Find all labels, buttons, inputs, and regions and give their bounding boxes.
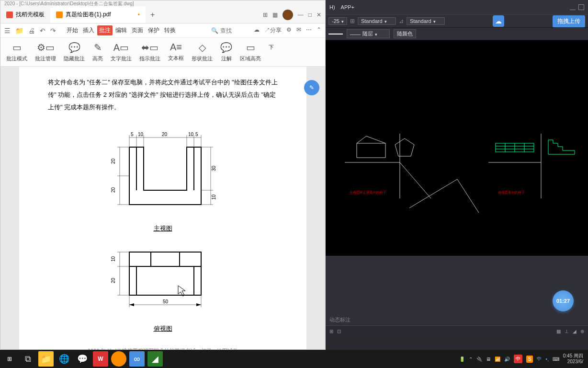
clock[interactable]: 0:45 周四 2023/6/ (563, 353, 583, 365)
settings-icon[interactable]: ⚙ (286, 26, 292, 34)
redo-icon[interactable]: ↷ (50, 27, 56, 34)
text-annotate-button[interactable]: A▭文字批注 (107, 42, 136, 62)
annotate-mode-button[interactable]: ▭批注模式 (2, 42, 31, 62)
svg-marker-41 (129, 303, 134, 306)
command-line[interactable]: 动态标注 (326, 256, 588, 325)
ime-sogou-icon[interactable]: S (526, 356, 533, 363)
search-box[interactable]: 🔍 (211, 27, 244, 34)
collapse-icon[interactable]: ⌃ (317, 26, 321, 34)
tab-icon (6, 12, 13, 18)
hide-annotate-button[interactable]: 💬隐藏批注 (60, 42, 89, 62)
add-tab-button[interactable]: + (146, 11, 159, 19)
grid-icon[interactable]: ▦ (272, 12, 278, 18)
status-icon[interactable]: ⊥ (565, 329, 569, 334)
tab-pdf-file[interactable]: 真题绘图卷(1).pdf • (50, 6, 146, 23)
upload-button[interactable]: 拖拽上传 (553, 15, 585, 27)
start-button[interactable]: ⊞ (2, 351, 17, 367)
textstyle-dropdown[interactable]: Standard (358, 17, 396, 25)
highlight-button[interactable]: ✎高亮 (89, 42, 107, 62)
tray-wifi-icon[interactable]: 📶 (495, 356, 500, 362)
menu-protect[interactable]: 保护 (146, 25, 161, 35)
cloud-icon[interactable]: ☁ (493, 15, 504, 27)
comment-icon: 💬 (220, 42, 232, 53)
linetype-swatch[interactable] (328, 34, 343, 34)
menu-annotate[interactable]: 批注 (97, 25, 113, 35)
pdf-viewer-window: 2020 - [C:\Users\Administrator\Desktop\任… (0, 0, 326, 350)
float-action-button[interactable]: ✎ (304, 80, 319, 95)
pdf-icon (56, 12, 63, 18)
textbox-icon: A≡ (170, 42, 182, 53)
cad-drawing-area[interactable]: 主视图即正面看到的样子 俯视图看到的样子 (326, 40, 588, 256)
cad-icon[interactable]: ◢ (147, 351, 163, 367)
wechat-icon[interactable]: 💬 (75, 351, 90, 367)
svg-marker-49 (395, 138, 414, 156)
shape-annotate-button[interactable]: ◇形状批注 (188, 42, 216, 62)
layout-icon[interactable]: ⊞ (263, 12, 268, 18)
down-button[interactable]: 下 (265, 42, 278, 62)
tray-usb-icon[interactable]: 🔌 (476, 356, 482, 362)
wps-icon[interactable]: W (93, 351, 108, 367)
tablestyle-dropdown[interactable]: Standard (407, 17, 445, 25)
more-icon[interactable]: ⋯ (306, 26, 312, 34)
minimize-button[interactable]: — (298, 12, 304, 18)
status-icon[interactable]: ⊞ (329, 329, 333, 334)
tray-icon[interactable]: 🔋 (459, 356, 465, 362)
tray-monitor-icon[interactable]: 🖥 (486, 356, 491, 362)
lineweight-dropdown[interactable]: —— 随层 (347, 29, 390, 38)
pdf-viewport[interactable]: ✎ 将文件命名为 "任务二" 保存至电脑，并将此文件通过考试平台中的 "绘图任务… (0, 67, 325, 349)
feedback-icon[interactable]: ✉ (296, 26, 301, 34)
top-view-drawing: 10 20 50 俯视图 (48, 242, 278, 333)
explorer-icon[interactable]: 📁 (38, 351, 54, 367)
dimstyle-dropdown[interactable]: -25 (328, 17, 347, 25)
svg-rect-26 (129, 252, 201, 295)
menu-insert[interactable]: 插入 (81, 25, 96, 35)
status-icon[interactable]: ⊕ (580, 329, 584, 334)
menu-appplus[interactable]: APP+ (341, 4, 354, 10)
browser-icon[interactable]: 🌐 (57, 351, 72, 367)
status-icon[interactable]: ▦ (556, 329, 561, 334)
tray-up-icon[interactable]: ⌃ (469, 356, 473, 362)
tab-template[interactable]: 找稻壳模板 (0, 6, 50, 23)
app-icon[interactable]: ∞ (129, 351, 145, 367)
menu-icon[interactable]: ☰ (4, 27, 11, 34)
tab-label: 真题绘图卷(1).pdf (66, 11, 111, 19)
color-dropdown[interactable]: 随颜色 (394, 29, 416, 38)
annotate-manage-button[interactable]: ⚙▭批注管理 (31, 42, 60, 62)
undo-icon[interactable]: ↶ (40, 27, 45, 34)
share-button[interactable]: ↗分享 (264, 26, 282, 34)
open-icon[interactable]: 📁 (15, 27, 23, 34)
comment-button[interactable]: 💬注解 (216, 42, 236, 62)
cad-minimize[interactable] (570, 4, 576, 10)
user-avatar[interactable] (283, 10, 293, 20)
status-icon[interactable]: ◢ (573, 329, 577, 334)
tray-volume-icon[interactable]: 🔊 (504, 356, 510, 362)
chevron-down-icon (433, 18, 436, 24)
maximize-button[interactable]: □ (308, 12, 312, 18)
ime-punct[interactable]: •, (545, 356, 548, 362)
ime-badge[interactable]: 中 (514, 355, 522, 363)
front-view-drawing: 5 10 20 10 5 20 20 3 (48, 123, 278, 233)
pointer-annotate-button[interactable]: ⬌▭指示批注 (136, 42, 164, 62)
close-button[interactable]: ✕ (317, 12, 321, 18)
svg-marker-46 (357, 143, 385, 158)
status-icon[interactable]: ⊡ (337, 329, 341, 334)
menu-start[interactable]: 开始 (65, 25, 80, 35)
cad-maximize[interactable] (578, 4, 584, 10)
menu-help[interactable]: H) (329, 4, 335, 10)
cloud-icon[interactable]: ☁ (254, 26, 260, 34)
task-view-icon[interactable]: ⧉ (20, 351, 35, 367)
toolbar-icon[interactable]: ⊞ (350, 18, 355, 24)
search-input[interactable] (220, 27, 244, 34)
menu-page[interactable]: 页面 (130, 25, 145, 35)
ime-lang[interactable]: 中 (537, 356, 542, 362)
app-icon[interactable] (111, 351, 126, 367)
textbox-button[interactable]: A≡文本框 (164, 42, 188, 62)
cad-window: H) APP+ -25 ⊞ Standard ⊿ Standard ☁ 拖拽上传… (326, 0, 588, 350)
menu-convert[interactable]: 转换 (162, 25, 178, 35)
menu-edit[interactable]: 编辑 (113, 25, 129, 35)
svg-text:30: 30 (211, 165, 216, 171)
print-icon[interactable]: 🖨 (28, 27, 35, 34)
toolbar-icon[interactable]: ⊿ (399, 18, 404, 24)
area-highlight-button[interactable]: ▭区域高亮 (236, 42, 265, 62)
ime-keyboard[interactable]: ⌨ (553, 356, 559, 362)
